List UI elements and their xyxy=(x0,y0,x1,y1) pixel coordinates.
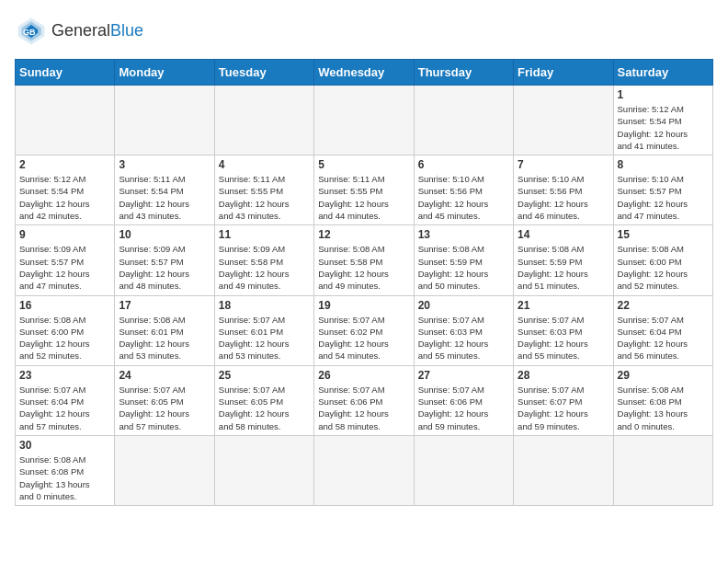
calendar-cell: 17Sunrise: 5:08 AM Sunset: 6:01 PM Dayli… xyxy=(115,295,214,365)
day-info: Sunrise: 5:12 AM Sunset: 5:54 PM Dayligh… xyxy=(618,103,709,152)
day-info: Sunrise: 5:09 AM Sunset: 5:57 PM Dayligh… xyxy=(119,243,210,292)
svg-text:GB: GB xyxy=(23,28,36,37)
day-info: Sunrise: 5:07 AM Sunset: 6:06 PM Dayligh… xyxy=(418,384,509,432)
day-number: 4 xyxy=(219,158,310,171)
calendar-cell xyxy=(613,435,712,505)
calendar-cell: 18Sunrise: 5:07 AM Sunset: 6:01 PM Dayli… xyxy=(214,295,313,365)
calendar-cell xyxy=(214,86,313,155)
day-info: Sunrise: 5:08 AM Sunset: 6:00 PM Dayligh… xyxy=(618,243,709,292)
calendar-cell: 10Sunrise: 5:09 AM Sunset: 5:57 PM Dayli… xyxy=(115,225,214,295)
calendar-cell: 24Sunrise: 5:07 AM Sunset: 6:05 PM Dayli… xyxy=(115,365,214,435)
day-number: 28 xyxy=(518,369,609,382)
weekday-header-tuesday: Tuesday xyxy=(214,60,313,86)
calendar-cell: 3Sunrise: 5:11 AM Sunset: 5:54 PM Daylig… xyxy=(115,155,214,225)
day-info: Sunrise: 5:08 AM Sunset: 6:08 PM Dayligh… xyxy=(19,454,110,502)
calendar-cell: 16Sunrise: 5:08 AM Sunset: 6:00 PM Dayli… xyxy=(16,295,115,365)
calendar-table: SundayMondayTuesdayWednesdayThursdayFrid… xyxy=(15,59,713,506)
day-info: Sunrise: 5:07 AM Sunset: 6:04 PM Dayligh… xyxy=(618,314,709,362)
calendar-cell: 29Sunrise: 5:08 AM Sunset: 6:08 PM Dayli… xyxy=(613,365,712,435)
calendar-header: SundayMondayTuesdayWednesdayThursdayFrid… xyxy=(16,60,713,86)
day-number: 6 xyxy=(418,158,509,171)
calendar-cell xyxy=(115,435,214,505)
calendar-cell: 5Sunrise: 5:11 AM Sunset: 5:55 PM Daylig… xyxy=(314,155,414,225)
day-info: Sunrise: 5:08 AM Sunset: 6:08 PM Dayligh… xyxy=(618,384,709,432)
day-number: 25 xyxy=(219,369,310,382)
weekday-row: SundayMondayTuesdayWednesdayThursdayFrid… xyxy=(16,60,713,86)
logo: GB GeneralBlue xyxy=(15,15,143,48)
weekday-header-saturday: Saturday xyxy=(613,60,712,86)
calendar-cell: 6Sunrise: 5:10 AM Sunset: 5:56 PM Daylig… xyxy=(414,155,513,225)
day-number: 18 xyxy=(219,299,310,312)
day-number: 13 xyxy=(418,228,509,241)
day-info: Sunrise: 5:07 AM Sunset: 6:02 PM Dayligh… xyxy=(318,314,409,362)
day-number: 29 xyxy=(618,369,709,382)
logo-text: GeneralBlue xyxy=(51,22,143,40)
calendar-cell: 19Sunrise: 5:07 AM Sunset: 6:02 PM Dayli… xyxy=(314,295,414,365)
day-number: 21 xyxy=(518,299,609,312)
calendar-body: 1Sunrise: 5:12 AM Sunset: 5:54 PM Daylig… xyxy=(16,86,713,506)
weekday-header-monday: Monday xyxy=(115,60,214,86)
day-number: 22 xyxy=(618,299,709,312)
calendar-cell: 26Sunrise: 5:07 AM Sunset: 6:06 PM Dayli… xyxy=(314,365,414,435)
calendar-cell xyxy=(16,86,115,155)
day-info: Sunrise: 5:10 AM Sunset: 5:56 PM Dayligh… xyxy=(418,173,509,222)
day-info: Sunrise: 5:10 AM Sunset: 5:57 PM Dayligh… xyxy=(618,173,709,222)
calendar-cell: 30Sunrise: 5:08 AM Sunset: 6:08 PM Dayli… xyxy=(16,435,115,505)
calendar-cell xyxy=(115,86,214,155)
day-info: Sunrise: 5:07 AM Sunset: 6:06 PM Dayligh… xyxy=(318,384,409,432)
day-number: 23 xyxy=(19,369,110,382)
calendar-cell: 20Sunrise: 5:07 AM Sunset: 6:03 PM Dayli… xyxy=(414,295,513,365)
day-number: 10 xyxy=(119,228,210,241)
weekday-header-wednesday: Wednesday xyxy=(314,60,414,86)
page-header: GB GeneralBlue xyxy=(15,15,713,48)
day-number: 20 xyxy=(418,299,509,312)
day-info: Sunrise: 5:07 AM Sunset: 6:05 PM Dayligh… xyxy=(219,384,310,432)
calendar-week-2: 2Sunrise: 5:12 AM Sunset: 5:54 PM Daylig… xyxy=(16,155,713,225)
day-number: 16 xyxy=(19,299,110,312)
calendar-cell: 27Sunrise: 5:07 AM Sunset: 6:06 PM Dayli… xyxy=(414,365,513,435)
day-number: 9 xyxy=(19,228,110,241)
calendar-week-4: 16Sunrise: 5:08 AM Sunset: 6:00 PM Dayli… xyxy=(16,295,713,365)
day-number: 15 xyxy=(618,228,709,241)
calendar-cell: 11Sunrise: 5:09 AM Sunset: 5:58 PM Dayli… xyxy=(214,225,313,295)
day-number: 27 xyxy=(418,369,509,382)
day-number: 14 xyxy=(518,228,609,241)
day-number: 12 xyxy=(318,228,409,241)
day-info: Sunrise: 5:11 AM Sunset: 5:54 PM Dayligh… xyxy=(119,173,210,222)
calendar-cell xyxy=(514,86,613,155)
day-info: Sunrise: 5:08 AM Sunset: 6:01 PM Dayligh… xyxy=(119,314,210,362)
weekday-header-thursday: Thursday xyxy=(414,60,513,86)
calendar-cell xyxy=(414,86,513,155)
calendar-cell: 15Sunrise: 5:08 AM Sunset: 6:00 PM Dayli… xyxy=(613,225,712,295)
day-info: Sunrise: 5:07 AM Sunset: 6:03 PM Dayligh… xyxy=(518,314,609,362)
calendar-week-3: 9Sunrise: 5:09 AM Sunset: 5:57 PM Daylig… xyxy=(16,225,713,295)
calendar-cell xyxy=(514,435,613,505)
day-info: Sunrise: 5:10 AM Sunset: 5:56 PM Dayligh… xyxy=(518,173,609,222)
day-info: Sunrise: 5:07 AM Sunset: 6:03 PM Dayligh… xyxy=(418,314,509,362)
calendar-week-5: 23Sunrise: 5:07 AM Sunset: 6:04 PM Dayli… xyxy=(16,365,713,435)
day-info: Sunrise: 5:09 AM Sunset: 5:58 PM Dayligh… xyxy=(219,243,310,292)
day-info: Sunrise: 5:08 AM Sunset: 6:00 PM Dayligh… xyxy=(19,314,110,362)
day-number: 8 xyxy=(618,158,709,171)
day-number: 1 xyxy=(618,88,709,101)
day-info: Sunrise: 5:07 AM Sunset: 6:07 PM Dayligh… xyxy=(518,384,609,432)
calendar-cell: 4Sunrise: 5:11 AM Sunset: 5:55 PM Daylig… xyxy=(214,155,313,225)
calendar-cell: 25Sunrise: 5:07 AM Sunset: 6:05 PM Dayli… xyxy=(214,365,313,435)
day-info: Sunrise: 5:07 AM Sunset: 6:01 PM Dayligh… xyxy=(219,314,310,362)
calendar-cell: 9Sunrise: 5:09 AM Sunset: 5:57 PM Daylig… xyxy=(16,225,115,295)
calendar-week-1: 1Sunrise: 5:12 AM Sunset: 5:54 PM Daylig… xyxy=(16,86,713,155)
day-number: 24 xyxy=(119,369,210,382)
calendar-cell: 21Sunrise: 5:07 AM Sunset: 6:03 PM Dayli… xyxy=(514,295,613,365)
logo-icon: GB xyxy=(15,15,48,48)
day-number: 17 xyxy=(119,299,210,312)
day-info: Sunrise: 5:11 AM Sunset: 5:55 PM Dayligh… xyxy=(219,173,310,222)
day-number: 2 xyxy=(19,158,110,171)
day-info: Sunrise: 5:09 AM Sunset: 5:57 PM Dayligh… xyxy=(19,243,110,292)
day-info: Sunrise: 5:07 AM Sunset: 6:05 PM Dayligh… xyxy=(119,384,210,432)
calendar-week-6: 30Sunrise: 5:08 AM Sunset: 6:08 PM Dayli… xyxy=(16,435,713,505)
day-info: Sunrise: 5:07 AM Sunset: 6:04 PM Dayligh… xyxy=(19,384,110,432)
day-info: Sunrise: 5:08 AM Sunset: 5:58 PM Dayligh… xyxy=(318,243,409,292)
weekday-header-friday: Friday xyxy=(514,60,613,86)
day-number: 7 xyxy=(518,158,609,171)
day-info: Sunrise: 5:08 AM Sunset: 5:59 PM Dayligh… xyxy=(418,243,509,292)
